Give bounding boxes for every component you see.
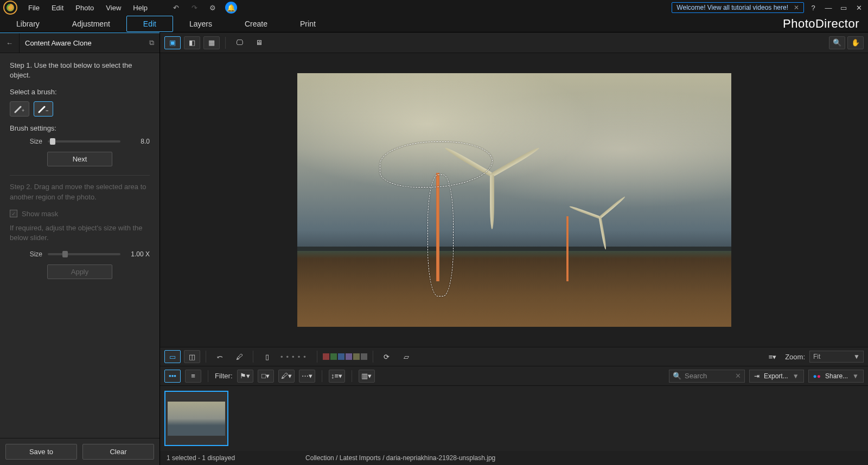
help-icon[interactable]: ? xyxy=(807,4,819,12)
export-icon: ⇥ xyxy=(754,372,760,380)
size-slider[interactable] xyxy=(48,140,120,143)
resize-hint: If required, adjust the object's size wi… xyxy=(10,223,150,243)
viewer-toolbar: ▣ ◧ ▦ 🖵 🖥 🔍 ✋ xyxy=(160,33,868,53)
tool-panel: ← Content Aware Clone ⧉ Step 1. Use the … xyxy=(0,33,160,465)
brush-settings-label: Brush settings: xyxy=(10,124,150,132)
menu-help[interactable]: Help xyxy=(129,2,152,14)
search-icon: 🔍 xyxy=(673,372,681,380)
minimize-icon[interactable]: — xyxy=(822,4,834,12)
notification-icon[interactable]: 🔔 xyxy=(225,2,237,14)
filter-label-icon[interactable]: □▾ xyxy=(258,370,274,383)
secondary-monitor-icon[interactable]: 🖵 xyxy=(231,36,247,49)
filter-flag-icon[interactable]: ⚑▾ xyxy=(237,370,253,383)
filmstrip-split-icon[interactable]: ◫ xyxy=(184,350,200,363)
chevron-down-icon[interactable]: ▼ xyxy=(852,372,859,380)
zoom-select[interactable]: Fit▼ xyxy=(809,351,864,363)
thumb-size-icon[interactable]: ▪▪▪ xyxy=(164,370,181,383)
thumb-list-icon[interactable]: ≡ xyxy=(185,370,201,383)
show-mask-label: Show mask xyxy=(22,210,58,218)
welcome-text: Welcome! View all tutorial videos here! xyxy=(676,4,788,11)
menu-bar: File Edit Photo View Help ↶ ↷ ⚙ 🔔 Welcom… xyxy=(0,0,868,15)
clear-button[interactable]: Clear xyxy=(82,444,154,460)
zoom-label: Zoom: xyxy=(785,353,805,361)
panel-title: Content Aware Clone xyxy=(20,39,143,47)
step2-text: Step 2. Drag and move the selected area … xyxy=(10,182,150,202)
show-mask-checkbox: ✓ Show mask xyxy=(10,210,150,218)
tab-print[interactable]: Print xyxy=(284,16,332,31)
select-brush-label: Select a brush: xyxy=(10,88,150,96)
app-logo xyxy=(3,1,17,15)
thumbnail-selected[interactable] xyxy=(164,391,228,446)
module-tabs: Library Adjustment Edit Layers Create Pr… xyxy=(0,15,868,33)
redo-icon[interactable]: ↷ xyxy=(188,2,200,14)
crop-icon[interactable]: ▱ xyxy=(398,350,414,363)
close-window-icon[interactable]: ✕ xyxy=(853,4,865,12)
size2-slider xyxy=(48,253,120,255)
export-button[interactable]: ⇥ Export... ▼ xyxy=(749,370,804,383)
sort-icon[interactable]: ↕≡▾ xyxy=(329,370,345,383)
brush-subtract-button[interactable]: − xyxy=(34,101,53,117)
settings-icon[interactable]: ⚙ xyxy=(207,2,219,14)
zoom-tool-icon[interactable]: 🔍 xyxy=(829,36,845,49)
filmstrip-mode-icon[interactable]: ▭ xyxy=(164,350,181,363)
browser-toolbar: ▪▪▪ ≡ Filter: ⚑▾ □▾ 🖊▾ ⋯▾ ↕≡▾ ▥▾ 🔍 Searc… xyxy=(160,366,868,386)
status-path: Collection / Latest Imports / daria-nepr… xyxy=(305,454,495,462)
back-button[interactable]: ← xyxy=(0,33,20,53)
history-icon[interactable]: ⤺ xyxy=(212,350,228,363)
menu-file[interactable]: File xyxy=(24,2,44,14)
tab-library[interactable]: Library xyxy=(0,16,56,31)
share-button[interactable]: ●● Share... ▼ xyxy=(808,370,864,383)
tab-edit[interactable]: Edit xyxy=(126,16,173,32)
size2-value: 1.00 X xyxy=(126,250,150,258)
welcome-banner[interactable]: Welcome! View all tutorial videos here! … xyxy=(672,2,804,13)
fullscreen-icon[interactable]: 🖥 xyxy=(251,36,267,49)
view-grid-icon[interactable]: ▦ xyxy=(203,36,220,49)
apply-button: Apply xyxy=(47,264,112,279)
chevron-down-icon[interactable]: ▼ xyxy=(793,372,799,380)
tab-create[interactable]: Create xyxy=(228,16,284,31)
search-placeholder: Search xyxy=(685,372,707,380)
stack-icon[interactable]: ▥▾ xyxy=(359,370,375,383)
next-button[interactable]: Next xyxy=(47,152,112,166)
filmstrip[interactable] xyxy=(160,386,868,451)
checkbox-icon: ✓ xyxy=(10,210,17,217)
menu-edit[interactable]: Edit xyxy=(47,2,68,14)
view-single-icon[interactable]: ▣ xyxy=(164,36,181,49)
tab-layers[interactable]: Layers xyxy=(173,16,228,31)
selection-outline xyxy=(427,175,454,296)
rotate-icon[interactable]: ⟳ xyxy=(379,350,395,363)
close-icon[interactable]: ✕ xyxy=(794,4,799,11)
rating-none-icon[interactable]: ▯ xyxy=(259,350,275,363)
app-brand: PhotoDirector xyxy=(783,17,859,31)
maximize-icon[interactable]: ▭ xyxy=(838,4,850,12)
svg-text:−: − xyxy=(46,108,48,113)
zoom-value: Fit xyxy=(813,353,820,360)
tab-adjustment[interactable]: Adjustment xyxy=(56,16,126,31)
size2-label: Size xyxy=(10,250,42,258)
list-toggle-icon[interactable]: ≡▾ xyxy=(764,350,781,363)
status-bar: 1 selected - 1 displayed Collection / La… xyxy=(160,451,868,465)
size-label: Size xyxy=(10,138,42,145)
menu-photo[interactable]: Photo xyxy=(71,2,98,14)
view-compare-icon[interactable]: ◧ xyxy=(184,36,200,49)
thumbnail-image xyxy=(168,402,225,436)
filter-rating-icon[interactable]: ⋯▾ xyxy=(299,370,315,383)
undock-icon[interactable]: ⧉ xyxy=(143,38,159,47)
search-input[interactable]: 🔍 Search ✕ xyxy=(669,370,745,383)
menu-view[interactable]: View xyxy=(101,2,125,14)
filter-edit-icon[interactable]: 🖊▾ xyxy=(278,370,295,383)
svg-text:+: + xyxy=(22,108,24,113)
filter-label: Filter: xyxy=(215,372,233,380)
undo-icon[interactable]: ↶ xyxy=(170,2,182,14)
step1-text: Step 1. Use the tool below to select the… xyxy=(10,61,150,80)
status-count: 1 selected - 1 displayed xyxy=(167,454,235,462)
canvas-area[interactable] xyxy=(160,53,868,347)
photo-canvas[interactable] xyxy=(297,73,731,327)
brush-add-button[interactable]: + xyxy=(10,101,29,117)
save-to-button[interactable]: Save to xyxy=(5,444,77,460)
color-labels[interactable] xyxy=(323,353,367,360)
pan-tool-icon[interactable]: ✋ xyxy=(847,36,864,49)
brush-history-icon[interactable]: 🖊 xyxy=(231,350,247,363)
clear-search-icon[interactable]: ✕ xyxy=(735,372,741,380)
rating-dots[interactable]: ••••• xyxy=(278,353,311,361)
